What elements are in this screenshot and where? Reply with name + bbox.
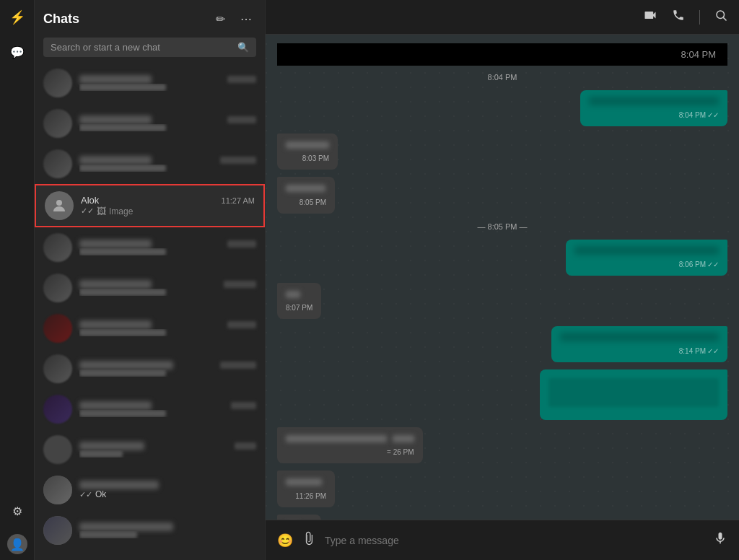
chat-info: [79, 115, 256, 131]
message-bubble: 8:14 PM ✓✓: [551, 326, 727, 362]
message-bubble: 11:26 PM: [277, 471, 335, 507]
avatar: [43, 395, 72, 424]
avatar: [43, 109, 72, 138]
chat-time: [227, 240, 256, 248]
message-bubble: 8:04 PM ✓✓: [580, 90, 727, 126]
header-message-bar: 8:04 PM: [277, 43, 727, 66]
message-meta: 11:26 PM: [286, 491, 326, 502]
chat-item[interactable]: [35, 349, 265, 389]
chat-info: [79, 280, 256, 296]
messages-container: 8:04 PM 8:04 PM 8:04 PM ✓✓ 8:03 PM: [266, 35, 739, 520]
message-content: [286, 141, 329, 149]
nav-settings[interactable]: ⚙: [6, 499, 29, 522]
chat-time: 11:27 AM: [222, 196, 255, 205]
message-row: 8:05 PM: [277, 177, 727, 213]
avatar: [43, 233, 72, 262]
topbar-divider: [699, 10, 700, 25]
avatar: [43, 274, 72, 302]
chat-item-alok[interactable]: Alok 11:27 AM ✓✓ 🖼 Image: [35, 184, 265, 227]
chat-name: [79, 240, 152, 248]
search-chat-button[interactable]: [714, 9, 727, 25]
time-divider: 8:04 PM: [277, 73, 727, 82]
message-bubble: 8:06 PM ✓✓: [566, 240, 727, 276]
chat-item[interactable]: [35, 63, 265, 103]
message-row: 8:04 PM ✓✓: [277, 90, 727, 126]
chat-name: [79, 75, 152, 84]
chat-item[interactable]: [35, 227, 265, 268]
microphone-button[interactable]: [713, 531, 727, 549]
chat-preview: [79, 531, 137, 538]
left-nav: ⚡ 💬 ⚙ 👤: [0, 0, 35, 560]
read-ticks: ✓✓: [707, 260, 719, 270]
input-bar: 😊: [266, 520, 739, 560]
read-ticks: ✓✓: [707, 346, 719, 356]
chat-name: [79, 522, 173, 531]
more-options-button[interactable]: ⋯: [236, 9, 256, 29]
message-content: [548, 378, 719, 407]
avatar: [43, 476, 72, 504]
message-meta: 8:07 PM: [286, 303, 312, 313]
message-row: 8:14 PM ✓✓: [277, 326, 727, 362]
svg-point-0: [56, 200, 62, 206]
header-time: 8:04 PM: [681, 49, 716, 60]
chat-preview: [79, 450, 123, 458]
chat-preview: [79, 329, 166, 336]
search-bar[interactable]: 🔍: [43, 38, 256, 57]
chat-item[interactable]: [35, 103, 265, 144]
message-row: 1:26 PM: [277, 515, 727, 520]
video-call-button[interactable]: [643, 8, 657, 26]
chat-preview: [79, 248, 166, 255]
message-content: [286, 185, 325, 192]
chat-time: [227, 76, 256, 83]
message-bubble: = 26 PM: [277, 427, 423, 463]
chat-item[interactable]: [35, 429, 265, 470]
chat-preview: [79, 124, 166, 131]
message-content: [560, 333, 719, 341]
chat-preview: [79, 369, 166, 377]
message-input[interactable]: [325, 535, 704, 546]
sidebar-action-icons: ✏ ⋯: [210, 9, 256, 29]
sidebar-header: Chats ✏ ⋯: [35, 0, 265, 35]
message-row: 8:07 PM: [277, 283, 727, 319]
nav-chats[interactable]: 💬: [6, 40, 29, 64]
search-input[interactable]: [51, 42, 232, 53]
chat-item[interactable]: [35, 308, 265, 349]
chat-info: Alok 11:27 AM ✓✓ 🖼 Image: [81, 195, 255, 216]
message-content: [574, 246, 719, 255]
chat-item[interactable]: [35, 510, 265, 551]
voice-call-button[interactable]: [672, 9, 685, 25]
message-meta: 8:04 PM ✓✓: [589, 110, 719, 121]
chat-item[interactable]: [35, 144, 265, 184]
chat-preview: [79, 410, 166, 417]
chat-name: [79, 156, 152, 165]
message-bubble: [540, 369, 727, 420]
search-icon: 🔍: [237, 42, 249, 53]
chat-item[interactable]: [35, 389, 265, 429]
chat-item[interactable]: ✓✓ Ok: [35, 470, 265, 510]
emoji-button[interactable]: 😊: [277, 533, 293, 548]
chat-time: [224, 281, 256, 288]
nav-profile[interactable]: 👤: [7, 534, 27, 554]
sidebar: Chats ✏ ⋯ 🔍: [35, 0, 266, 560]
message-meta: 8:05 PM: [286, 198, 326, 208]
chat-topbar: [266, 0, 739, 35]
chat-info: [79, 240, 256, 255]
chat-info: [79, 401, 256, 417]
chat-preview: ✓✓ 🖼 Image: [81, 206, 255, 216]
chat-name: Alok: [81, 195, 99, 206]
chat-item[interactable]: [35, 268, 265, 308]
message-content: [286, 291, 300, 298]
new-chat-button[interactable]: ✏: [210, 9, 230, 29]
chat-info: [79, 361, 256, 377]
attach-button[interactable]: [302, 531, 316, 549]
nav-logo[interactable]: ⚡: [6, 6, 29, 29]
message-bubble: 1:26 PM: [277, 515, 321, 520]
sidebar-title: Chats: [43, 12, 79, 27]
chat-info: [79, 522, 256, 538]
chat-list: Alok 11:27 AM ✓✓ 🖼 Image: [35, 63, 265, 560]
message-content: [589, 97, 719, 105]
chat-time: [220, 362, 256, 369]
message-row: 11:26 PM: [277, 471, 727, 507]
chat-preview: ✓✓ Ok: [79, 489, 256, 499]
chat-time: [235, 442, 256, 450]
